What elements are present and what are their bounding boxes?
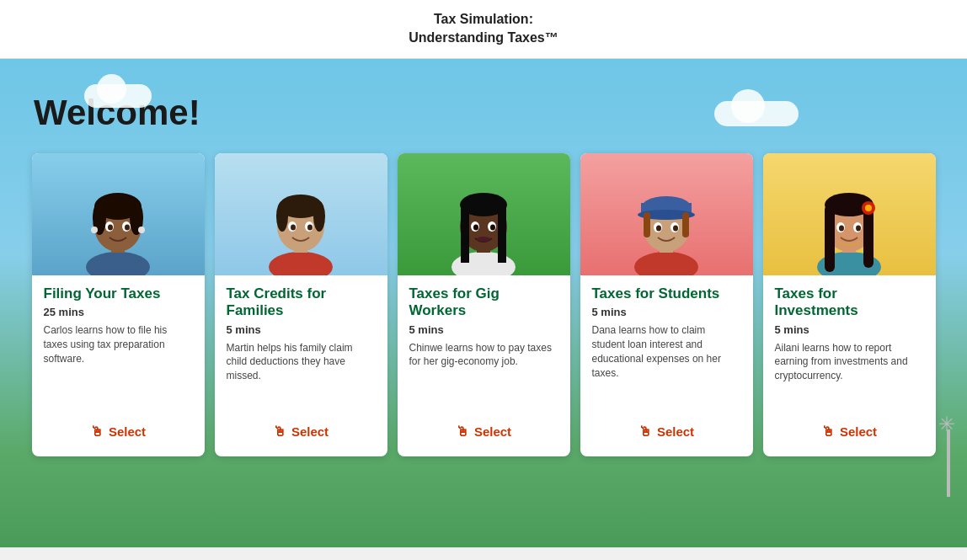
select-icon-3: 🖱 [456,424,469,440]
card-3-description: Chinwe learns how to pay taxes for her g… [409,341,558,401]
card-2-body: Tax Credits for Families 5 mins Martin h… [215,275,387,411]
card-5-duration: 5 mins [775,323,924,336]
card-4-duration: 5 mins [592,306,741,318]
card-2-footer: 🖱 Select [215,411,387,456]
card-4-select-button[interactable]: 🖱 Select [592,419,741,445]
svg-rect-40 [682,212,689,237]
svg-point-33 [634,252,698,275]
card-5-image [763,153,936,275]
select-icon-2: 🖱 [273,424,286,440]
svg-point-17 [313,201,325,232]
card-5-body: Taxes for Investments 5 mins Ailani lear… [763,275,936,411]
svg-point-30 [473,224,478,230]
cloud-decoration-2 [714,101,799,126]
card-1-select-label: Select [109,424,146,439]
card-1-body: Filing Your Taxes 25 mins Carlos learns … [32,275,205,411]
svg-rect-49 [825,205,835,272]
app-title: Tax Simulation: Understanding Taxes™ [0,10,967,48]
card-4-title: Taxes for Students [592,285,741,302]
card-2-duration: 5 mins [227,323,376,336]
svg-point-44 [673,225,678,231]
card-3-duration: 5 mins [409,323,558,336]
card-1-footer: 🖱 Select [32,411,205,456]
svg-point-43 [656,225,661,231]
svg-point-11 [138,227,145,233]
card-4-select-label: Select [657,424,694,439]
card-4-description: Dana learns how to claim student loan in… [592,323,741,401]
card-1-duration: 25 mins [44,306,193,318]
card-5-description: Ailani learns how to report earning from… [775,341,924,401]
card-gig-workers: Taxes for Gig Workers 5 mins Chinwe lear… [398,153,570,456]
card-4-image [580,153,753,275]
card-filing-taxes: Filing Your Taxes 25 mins Carlos learns … [32,153,205,456]
svg-point-56 [856,225,861,231]
card-1-select-button[interactable]: 🖱 Select [44,419,193,445]
svg-point-31 [490,224,495,230]
select-icon-5: 🖱 [821,424,835,440]
card-taxes-students: Taxes for Students 5 mins Dana learns ho… [580,153,753,456]
card-5-select-button[interactable]: 🖱 Select [775,419,924,445]
cards-container: Filing Your Taxes 25 mins Carlos learns … [34,153,933,473]
card-5-character [799,157,900,275]
svg-point-55 [839,225,844,231]
card-1-image [32,153,205,275]
svg-point-0 [86,252,150,275]
card-2-title: Tax Credits for Families [227,285,376,320]
title-line1: Tax Simulation: [434,12,533,26]
card-4-character [616,157,717,275]
title-line2: Understanding Taxes™ [409,30,558,45]
card-3-footer: 🖱 Select [398,411,570,456]
card-3-character [433,157,534,275]
card-5-select-label: Select [840,424,877,439]
svg-point-52 [865,205,872,211]
card-taxes-investments: Taxes for Investments 5 mins Ailani lear… [763,153,936,456]
card-3-select-label: Select [474,424,511,439]
svg-point-16 [276,201,288,232]
svg-rect-39 [644,212,650,237]
svg-point-10 [91,227,98,233]
card-2-image [215,153,387,275]
card-3-body: Taxes for Gig Workers 5 mins Chinwe lear… [398,275,570,411]
select-icon-4: 🖱 [638,424,652,440]
card-5-footer: 🖱 Select [763,411,936,456]
svg-point-9 [125,224,130,230]
hero-section: Welcome! [0,59,967,547]
card-2-select-label: Select [291,424,329,439]
app-header: Tax Simulation: Understanding Taxes™ [0,0,967,59]
turbine-decoration [947,429,950,497]
card-4-body: Taxes for Students 5 mins Dana learns ho… [580,275,753,411]
svg-point-27 [460,193,507,216]
svg-point-8 [108,224,113,230]
card-tax-credits-families: Tax Credits for Families 5 mins Martin h… [215,153,387,456]
svg-point-32 [477,237,490,242]
card-2-select-button[interactable]: 🖱 Select [227,419,376,445]
card-3-title: Taxes for Gig Workers [409,285,558,320]
card-2-description: Martin helps his family claim child dedu… [227,341,376,401]
card-2-character [250,157,351,275]
card-4-footer: 🖱 Select [580,411,753,456]
cloud-decoration [84,84,152,108]
card-1-character [67,157,168,275]
card-1-title: Filing Your Taxes [44,285,193,302]
svg-point-21 [307,224,313,230]
card-5-title: Taxes for Investments [775,285,924,320]
select-icon-1: 🖱 [90,424,104,440]
card-3-image [398,153,570,275]
card-3-select-button[interactable]: 🖱 Select [409,419,558,445]
svg-point-20 [291,224,296,230]
card-1-description: Carlos learns how to file his taxes usin… [44,323,193,401]
svg-point-12 [269,252,333,275]
